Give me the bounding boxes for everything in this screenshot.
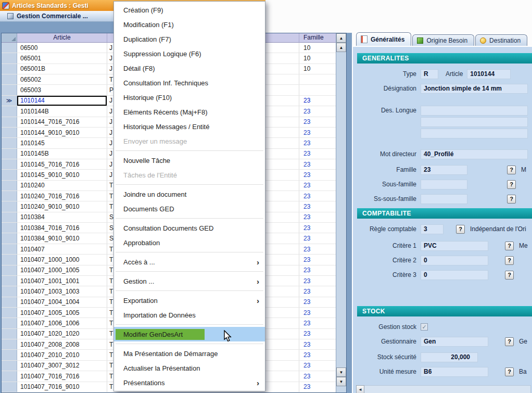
context-menu-item[interactable]: Gestion ... › <box>114 274 265 288</box>
row-selector <box>2 255 17 264</box>
sous-famille-field[interactable] <box>421 180 467 189</box>
regle-comptable-lookup-button[interactable]: ? <box>456 225 465 234</box>
context-menu-item[interactable]: Modifier GenDesArt <box>114 327 265 341</box>
hscroll-track[interactable] <box>364 385 531 393</box>
context-menu-item[interactable]: Nouvelle Tâche <box>114 153 265 168</box>
select-all-corner[interactable] <box>2 33 17 42</box>
column-header-article[interactable]: Article <box>17 33 107 42</box>
row-selector <box>2 223 17 233</box>
menu-item-label: Historique Messages / Entité <box>123 123 209 131</box>
context-menu-item[interactable]: Approbation <box>114 235 265 250</box>
critere-2-lookup-button[interactable]: ? <box>505 256 514 265</box>
unite-mesure-lookup-button[interactable]: ? <box>505 367 514 376</box>
menu-item-label: Présentations <box>123 379 165 387</box>
des-longue-field-2[interactable] <box>421 117 528 127</box>
cell-article: 1010407_1005_1005 <box>17 308 107 318</box>
context-menu-item[interactable]: Présentations › <box>114 375 265 390</box>
column-header-famille[interactable]: Famille <box>299 33 336 42</box>
critere-3-field[interactable]: 0 <box>421 270 488 280</box>
detail-tab[interactable]: Origine Besoin <box>412 34 474 46</box>
detail-tab[interactable]: Destination <box>475 34 527 46</box>
type-field[interactable]: R <box>421 69 438 79</box>
context-menu-item[interactable]: Consultation Inf. Techniques <box>114 75 265 90</box>
cell-article: 065002 <box>17 74 107 84</box>
context-menu-item[interactable]: Exportation › <box>114 293 265 308</box>
sous-famille-lookup-button[interactable]: ? <box>507 180 516 189</box>
scroll-down-button[interactable]: ▼ <box>336 367 346 377</box>
regle-comptable-suffix-text: Indépendant de l'Ori <box>470 225 526 233</box>
gestionnaire-field[interactable]: Gen <box>421 337 488 347</box>
sous-famille-label: Sous-famille <box>353 181 421 188</box>
context-menu-item[interactable]: Historique (F10) <box>114 90 265 105</box>
critere-1-lookup-button[interactable]: ? <box>505 242 514 250</box>
cell-famille: 23 <box>299 339 336 349</box>
row-selector <box>2 106 17 116</box>
stock-securite-field[interactable]: 20,000 <box>421 352 478 362</box>
ss-sous-famille-label: Ss-sous-famille <box>353 195 421 202</box>
context-menu-item <box>114 216 265 221</box>
context-menu-item[interactable]: Actualiser la Présentation <box>114 361 265 375</box>
scrollbar-track[interactable] <box>336 52 346 367</box>
cell-famille: 23 <box>299 308 336 318</box>
cell-famille: 23 <box>299 128 336 137</box>
des-longue-field-1[interactable] <box>421 106 528 116</box>
row-selector <box>2 329 17 339</box>
critere-1-field[interactable]: PVC <box>421 241 488 251</box>
cell-article: 1010144_7016_7016 <box>17 117 107 127</box>
critere-2-field[interactable]: 0 <box>421 256 488 265</box>
cell-article: 1010407_1004_1004 <box>17 297 107 307</box>
context-menu-item[interactable]: Importation de Données <box>114 308 265 322</box>
mot-directeur-field[interactable]: 40_Profilé <box>421 149 528 159</box>
context-menu-item[interactable]: Création (F9) <box>114 3 265 17</box>
context-menu-item[interactable]: Consultation Documents GED <box>114 221 265 235</box>
critere-3-lookup-button[interactable]: ? <box>505 271 514 280</box>
context-menu-item[interactable]: Accès à ... › <box>114 255 265 269</box>
ss-sous-famille-field[interactable] <box>421 194 467 204</box>
context-menu-item[interactable]: Ma Présentation de Démarrage <box>114 346 265 361</box>
context-menu-item[interactable]: Modification (F1) <box>114 17 265 32</box>
regle-comptable-label: Règle comptable <box>353 225 421 233</box>
context-menu-item[interactable]: Historique Messages / Entité <box>114 119 265 134</box>
critere-3-label: Critère 3 <box>353 271 421 278</box>
menu-item-label: Création (F9) <box>123 6 163 14</box>
scroll-first-button[interactable]: ▲ <box>336 33 346 43</box>
des-longue-field-3[interactable] <box>421 129 528 138</box>
row-selector <box>2 201 17 211</box>
gestionnaire-lookup-button[interactable]: ? <box>505 337 514 346</box>
menu-item-label: Approbation <box>123 239 160 247</box>
submenu-arrow-icon: › <box>257 258 259 266</box>
context-menu-item[interactable]: Documents GED <box>114 201 265 216</box>
famille-field[interactable]: 23 <box>421 165 467 175</box>
row-selector <box>2 361 17 371</box>
field-row-type-article: Type R Article 1010144 <box>353 69 532 79</box>
field-row-sous-famille: Sous-famille ? <box>353 179 532 189</box>
cell-famille: 23 <box>299 138 336 148</box>
article-field[interactable]: 1010144 <box>467 69 511 79</box>
context-menu-item[interactable]: Duplication (F7) <box>114 32 265 46</box>
context-menu-item[interactable]: Eléments Récents (Maj+F8) <box>114 105 265 119</box>
context-menu-item[interactable]: Détail (F8) <box>114 61 265 75</box>
detail-panel: Généralités Origine Besoin Destination G… <box>352 32 532 393</box>
cell-famille: 10 <box>299 64 336 74</box>
ss-sous-famille-lookup-button[interactable]: ? <box>507 195 516 204</box>
scroll-up-button[interactable]: ▲ <box>336 43 346 52</box>
cell-article: 1010407_2008_2008 <box>17 339 107 349</box>
field-row-stock-securite: Stock sécurité 20,000 <box>353 352 532 362</box>
detail-tabs-row: Généralités Origine Besoin Destination <box>352 32 532 46</box>
row-selector <box>2 286 17 296</box>
regle-comptable-field[interactable]: 3 <box>421 224 444 234</box>
row-selector <box>2 265 17 275</box>
famille-lookup-button[interactable]: ? <box>507 166 516 174</box>
window-title: Articles Standards : Gesti <box>12 2 88 9</box>
field-row-gestion-stock: Gestion stock ✓ <box>353 322 532 332</box>
menu-item-label: Ma Présentation de Démarrage <box>123 350 218 358</box>
unite-mesure-field[interactable]: B6 <box>421 367 488 377</box>
scroll-last-button[interactable]: ▼ <box>336 377 346 386</box>
famille-suffix-text: M <box>521 166 526 173</box>
designation-field[interactable]: Jonction simple de 14 mm <box>421 84 528 94</box>
context-menu-item[interactable]: Joindre un document <box>114 187 265 201</box>
detail-tab[interactable]: Généralités <box>356 32 411 46</box>
hscroll-left-button[interactable]: ◄ <box>356 385 364 393</box>
field-row-famille: Famille 23 ? M <box>353 164 532 175</box>
context-menu-item[interactable]: Suppression Logique (F6) <box>114 46 265 61</box>
